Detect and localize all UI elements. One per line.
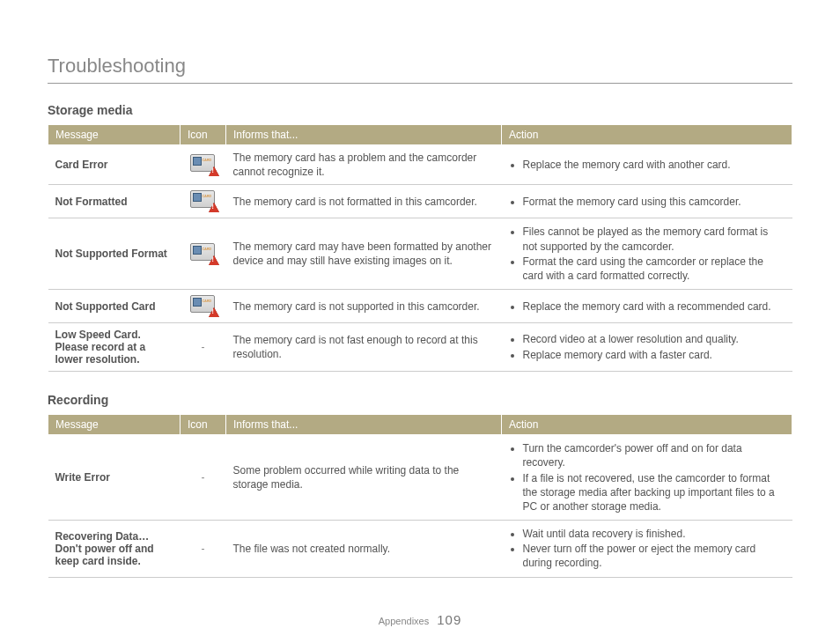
- message-cell: Not Supported Card: [48, 290, 181, 323]
- action-item: Files cannot be played as the memory car…: [523, 225, 785, 253]
- action-list: Turn the camcorder's power off and on fo…: [509, 441, 785, 514]
- action-item: Replace the memory card with another car…: [523, 158, 785, 172]
- memory-card-error-icon: CARD: [190, 154, 217, 174]
- col-header-icon: Icon: [181, 125, 226, 145]
- action-item: Format the memory card using this camcor…: [523, 195, 785, 209]
- footer-label: Appendixes: [379, 616, 430, 626]
- action-list: Files cannot be played as the memory car…: [509, 225, 785, 283]
- action-list: Replace the memory card with a recommend…: [509, 299, 785, 314]
- section-title: Storage media: [48, 103, 792, 117]
- section-title: Recording: [48, 393, 792, 407]
- page-footer: Appendixes 109: [0, 612, 840, 627]
- message-cell: Low Speed Card. Please record at a lower…: [48, 323, 181, 372]
- action-cell: Wait until data recovery is finished.Nev…: [502, 521, 792, 578]
- col-header-message: Message: [48, 415, 181, 435]
- page-title: Troubleshooting: [48, 55, 792, 84]
- icon-cell: CARD: [181, 218, 226, 290]
- col-header-message: Message: [48, 125, 181, 145]
- message-cell: Not Supported Format: [48, 218, 181, 290]
- memory-card-error-icon: CARD: [190, 190, 217, 210]
- page-number: 109: [437, 612, 461, 627]
- no-icon-dash: -: [202, 471, 205, 484]
- message-cell: Recovering Data… Don't power off and kee…: [48, 521, 181, 578]
- action-item: Turn the camcorder's power off and on fo…: [523, 441, 785, 469]
- icon-cell: CARD: [181, 145, 226, 185]
- sections-container: Storage mediaMessageIconInforms that...A…: [48, 103, 792, 578]
- no-icon-dash: -: [202, 341, 205, 353]
- section: RecordingMessageIconInforms that...Actio…: [48, 393, 792, 578]
- action-list: Format the memory card using this camcor…: [509, 195, 785, 209]
- table-row: Not Supported FormatCARDThe memory card …: [48, 218, 792, 290]
- informs-cell: The memory card is not supported in this…: [226, 290, 502, 323]
- table-row: Low Speed Card. Please record at a lower…: [48, 323, 792, 372]
- col-header-action: Action: [502, 125, 792, 145]
- informs-cell: The memory card is not fast enough to re…: [226, 323, 502, 372]
- informs-cell: The memory card has a problem and the ca…: [226, 145, 502, 185]
- informs-cell: The memory card may have been formatted …: [226, 218, 502, 290]
- col-header-icon: Icon: [181, 415, 226, 435]
- action-cell: Replace the memory card with a recommend…: [502, 290, 792, 323]
- action-cell: Format the memory card using this camcor…: [502, 185, 792, 218]
- icon-cell: CARD: [181, 290, 226, 323]
- col-header-informs: Informs that...: [226, 415, 502, 435]
- no-icon-dash: -: [202, 543, 205, 555]
- col-header-action: Action: [502, 415, 792, 435]
- troubleshooting-table: MessageIconInforms that...ActionWrite Er…: [48, 414, 792, 578]
- troubleshooting-table: MessageIconInforms that...ActionCard Err…: [48, 124, 792, 372]
- action-item: Record video at a lower resolution and q…: [523, 332, 785, 346]
- section: Storage mediaMessageIconInforms that...A…: [48, 103, 792, 372]
- icon-cell: CARD: [181, 185, 226, 218]
- action-item: If a file is not recovered, use the camc…: [523, 471, 785, 514]
- memory-card-error-icon: CARD: [190, 243, 217, 262]
- document-page: Troubleshooting Storage mediaMessageIcon…: [0, 0, 840, 643]
- message-cell: Write Error: [48, 435, 181, 521]
- icon-cell: -: [181, 323, 226, 372]
- action-list: Record video at a lower resolution and q…: [509, 332, 785, 361]
- action-cell: Record video at a lower resolution and q…: [502, 323, 792, 372]
- informs-cell: The file was not created normally.: [226, 521, 502, 578]
- action-item: Replace memory card with a faster card.: [523, 348, 785, 362]
- icon-cell: -: [181, 435, 226, 521]
- action-item: Format the card using the camcorder or r…: [523, 255, 785, 283]
- informs-cell: The memory card is not formatted in this…: [226, 185, 502, 218]
- action-item: Wait until data recovery is finished.: [523, 527, 785, 541]
- table-row: Card ErrorCARDThe memory card has a prob…: [48, 145, 792, 185]
- action-cell: Turn the camcorder's power off and on fo…: [502, 435, 792, 521]
- message-cell: Not Formatted: [48, 185, 181, 218]
- icon-cell: -: [181, 521, 226, 578]
- action-list: Wait until data recovery is finished.Nev…: [509, 527, 785, 571]
- informs-cell: Some problem occurred while writing data…: [226, 435, 502, 521]
- table-row: Write Error-Some problem occurred while …: [48, 435, 792, 521]
- memory-card-error-icon: CARD: [190, 295, 217, 314]
- action-item: Replace the memory card with a recommend…: [523, 299, 785, 314]
- table-row: Not Supported CardCARDThe memory card is…: [48, 290, 792, 323]
- action-cell: Files cannot be played as the memory car…: [502, 218, 792, 290]
- action-cell: Replace the memory card with another car…: [502, 145, 792, 185]
- col-header-informs: Informs that...: [226, 125, 502, 145]
- action-item: Never turn off the power or eject the me…: [523, 542, 785, 570]
- action-list: Replace the memory card with another car…: [509, 158, 785, 172]
- message-cell: Card Error: [48, 145, 181, 185]
- table-row: Not FormattedCARDThe memory card is not …: [48, 185, 792, 218]
- table-row: Recovering Data… Don't power off and kee…: [48, 521, 792, 578]
